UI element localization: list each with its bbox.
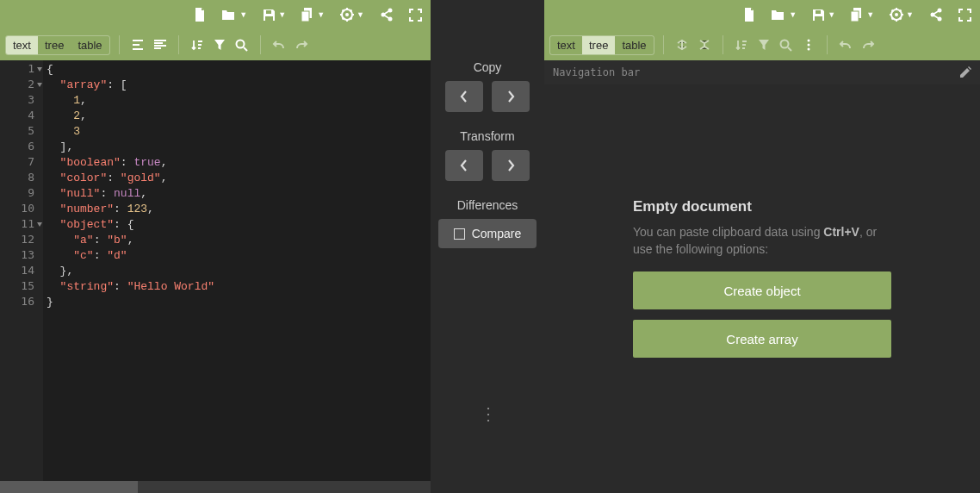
right-topbar: ▼ ▼ ▼ ▼: [544, 0, 980, 29]
navigation-placeholder: Navigation bar: [553, 66, 640, 78]
sort-icon[interactable]: [732, 35, 751, 54]
mode-tab-tree[interactable]: tree: [38, 36, 71, 54]
code-content[interactable]: { "array": [ 1, 2, 3 ], "boolean": true,…: [43, 60, 431, 481]
compare-label: Compare: [472, 227, 522, 240]
mode-tabs: text tree table: [5, 35, 110, 55]
svg-rect-9: [851, 11, 859, 22]
svg-rect-1: [301, 11, 309, 22]
sort-icon[interactable]: [188, 35, 207, 54]
differences-section-label: Differences: [457, 198, 518, 212]
undo-icon[interactable]: [270, 35, 288, 54]
svg-point-11: [895, 13, 898, 16]
mode-tab-table[interactable]: table: [71, 36, 109, 54]
code-editor[interactable]: 1 2 3 4 5 6 7 8 9 10 11 12 13 14 15 16 {…: [0, 60, 431, 481]
left-toolbar: text tree table: [0, 29, 431, 60]
svg-point-17: [807, 44, 809, 47]
edit-icon[interactable]: [959, 66, 971, 78]
mode-tabs: text tree table: [549, 35, 654, 55]
svg-point-3: [345, 13, 349, 16]
fullscreen-icon[interactable]: [958, 9, 971, 22]
save-icon[interactable]: ▼: [812, 9, 835, 22]
copy-left-button[interactable]: [445, 81, 483, 112]
mode-tab-table[interactable]: table: [615, 36, 653, 54]
center-panel: Copy Transform Differences Compare ⋮: [431, 0, 544, 493]
mode-tab-text[interactable]: text: [6, 36, 38, 54]
transform-left-button[interactable]: [445, 150, 483, 181]
more-vertical-icon[interactable]: ⋮: [480, 403, 495, 424]
svg-point-7: [237, 40, 245, 47]
fullscreen-icon[interactable]: [409, 9, 422, 22]
svg-point-18: [807, 48, 809, 51]
undo-icon[interactable]: [836, 35, 855, 54]
open-icon[interactable]: ▼: [221, 9, 247, 21]
expand-all-icon[interactable]: [673, 35, 692, 54]
right-panel: ▼ ▼ ▼ ▼ text tree table Navigation bar E…: [544, 0, 980, 493]
settings-icon[interactable]: ▼: [890, 8, 914, 22]
copy-icon[interactable]: ▼: [851, 8, 874, 22]
horizontal-scrollbar[interactable]: [0, 481, 431, 493]
transform-right-button[interactable]: [492, 150, 530, 181]
navigation-bar[interactable]: Navigation bar: [544, 60, 980, 84]
filter-icon[interactable]: [210, 35, 229, 54]
share-icon[interactable]: [380, 8, 394, 22]
mode-tab-text[interactable]: text: [550, 36, 582, 54]
create-object-button[interactable]: Create object: [633, 271, 891, 309]
search-icon[interactable]: [777, 35, 796, 54]
svg-point-15: [781, 40, 789, 47]
redo-icon[interactable]: [859, 35, 878, 54]
empty-document-area: Empty document You can paste clipboard d…: [544, 84, 980, 493]
left-panel: ▼ ▼ ▼ ▼ text tree table 1 2 3 4 5 6 7: [0, 0, 431, 493]
settings-icon[interactable]: ▼: [340, 8, 364, 22]
copy-right-button[interactable]: [492, 81, 530, 112]
copy-icon[interactable]: ▼: [301, 8, 325, 22]
save-icon[interactable]: ▼: [263, 9, 286, 22]
empty-description: You can paste clipboard data using Ctrl+…: [633, 224, 891, 258]
new-file-icon[interactable]: [194, 8, 206, 22]
format-icon[interactable]: [128, 35, 147, 54]
share-icon[interactable]: [929, 8, 943, 22]
open-icon[interactable]: ▼: [771, 9, 797, 21]
empty-title: Empty document: [633, 198, 891, 215]
mode-tab-tree[interactable]: tree: [582, 36, 615, 54]
copy-section-label: Copy: [474, 60, 502, 74]
filter-icon[interactable]: [754, 35, 773, 54]
right-toolbar: text tree table: [544, 29, 980, 60]
left-topbar: ▼ ▼ ▼ ▼: [0, 0, 431, 29]
compare-button[interactable]: Compare: [438, 219, 537, 248]
line-gutter: 1 2 3 4 5 6 7 8 9 10 11 12 13 14 15 16: [0, 60, 43, 481]
more-icon[interactable]: [799, 35, 818, 54]
collapse-all-icon[interactable]: [695, 35, 714, 54]
new-file-icon[interactable]: [743, 8, 755, 22]
compact-icon[interactable]: [151, 35, 170, 54]
create-array-button[interactable]: Create array: [633, 320, 891, 358]
redo-icon[interactable]: [292, 35, 311, 54]
search-icon[interactable]: [233, 35, 251, 54]
transform-section-label: Transform: [460, 129, 514, 143]
svg-point-16: [807, 40, 809, 42]
compare-checkbox-icon: [454, 228, 465, 240]
